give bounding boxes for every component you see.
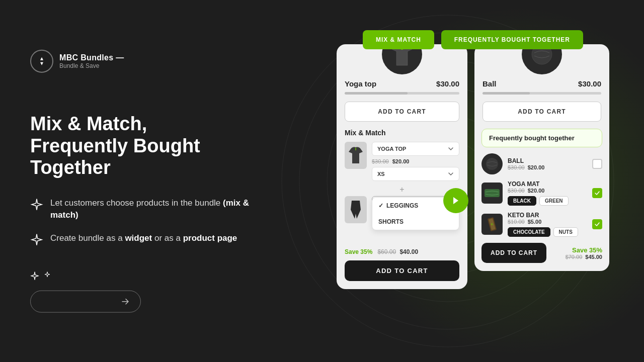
keto-checkmark-icon [594,221,600,227]
keto-bar-info: KETO BAR $10.00 $5.00 CHOCOLATE NUTS [508,212,587,237]
green-arrow-pointer [443,188,468,213]
feature-list: Let customers choose products in the bun… [30,197,262,246]
svg-point-8 [486,158,498,170]
total-prices: $60.00 $40.00 [377,248,418,255]
arrow-button[interactable] [30,290,141,312]
fbt-card-body: Ball $30.00 ADD TO CART [474,79,609,129]
yoga-mat-svg [484,186,501,200]
fbt-product-name: Ball [482,79,497,88]
shorts-option[interactable]: SHORTS [372,214,459,230]
cards-row: Yoga top $30.00 ADD TO CART Mix & Match [337,44,609,289]
ball-info: BALL $30.00 $20.00 [508,157,587,170]
yoga-top-thumb-svg [348,145,364,165]
arrow-right-icon [120,296,130,306]
logo-icon [30,50,53,73]
brand-name: MBC Bundles — [59,53,124,62]
arrow-pointer-icon [450,195,461,206]
fbt-item-ball: BALL $30.00 $20.00 [481,153,602,174]
fbt-section: Frequently bought together BALL $30.00 [474,129,609,237]
fbt-add-to-cart-top-btn[interactable]: ADD TO CART [482,102,601,122]
logo-row: MBC Bundles — Bundle & Save [30,50,262,73]
keto-bar-options: CHOCOLATE NUTS [508,227,587,237]
yoga-top-thumb [345,142,367,169]
yoga-top-price: $30.00 $20.00 [372,158,459,164]
sparkle-icon-2 [30,233,43,246]
fbt-section-label: Frequently bought together [481,129,602,147]
yoga-mat-thumb [481,183,503,204]
fbt-progress-bar [482,92,601,95]
keto-bar-svg: K [485,216,499,233]
tab-mix-match[interactable]: MIX & MATCH [363,30,434,49]
tab-fbt[interactable]: FREQUENTLY BOUGHT TOGETHER [441,30,583,49]
tab-row: MIX & MATCH FREQUENTLY BOUGHT TOGETHER [363,30,583,49]
fbt-save-pct: Save 35% [566,246,602,254]
progress-fill [345,92,408,95]
ball-prices: $30.00 $20.00 [508,164,587,170]
plus-divider: + [345,185,459,194]
mix-match-label: Mix & Match [345,129,459,137]
fbt-bottom-row: ADD TO CART Save 35% $70.00 $45.00 [474,243,609,263]
yoga-top-controls: YOGA TOP $30.00 $20.00 XS [372,142,459,181]
keto-bar-prices: $10.00 $5.00 [508,219,587,225]
left-section: MBC Bundles — Bundle & Save Mix & Match,… [30,50,262,313]
fbt-save-info: Save 35% $70.00 $45.00 [566,246,602,260]
mix-match-section: Mix & Match YOGA TOP [337,129,467,281]
yoga-mat-checkbox[interactable] [592,188,602,198]
chevron-down-icon [448,146,454,152]
product-price: $30.00 [436,79,459,88]
svg-rect-9 [485,189,500,197]
fbt-card: Ball $30.00 ADD TO CART Frequently bough… [474,44,609,271]
save-row: Save 35% $60.00 $40.00 [345,248,459,255]
ball-thumb-svg [485,156,500,171]
chocolate-option[interactable]: CHOCOLATE [508,227,550,237]
mix-match-card-body: Yoga top $30.00 ADD TO CART [337,79,467,129]
ball-name: BALL [508,157,587,164]
card-header: Yoga top $30.00 [345,79,459,88]
leggings-thumb [345,196,367,223]
fbt-add-to-cart-btn[interactable]: ADD TO CART [481,243,546,263]
fbt-save-prices: $70.00 $45.00 [566,254,602,260]
main-heading: Mix & Match, Frequently Bought Together [30,113,262,179]
panels-area: MIX & MATCH FREQUENTLY BOUGHT TOGETHER Y… [317,0,629,362]
size-dropdown[interactable]: XS [372,167,459,181]
add-to-cart-dark-btn[interactable]: ADD TO CART [345,260,459,281]
keto-bar-thumb: K [481,214,503,235]
fbt-item-yoga-mat: YOGA MAT $30.00 $20.00 BLACK GREEN [481,180,602,206]
chevron-down-icon-size [448,171,454,177]
feature-item-2: Create bundle as a widget or as a produc… [30,232,262,246]
fbt-product-price: $30.00 [578,79,601,88]
leggings-thumb-svg [350,200,362,220]
brand-tagline: Bundle & Save [59,62,124,69]
keto-bar-name: KETO BAR [508,212,587,219]
bundle-item-leggings: LEGGINGS LEGGINGS SHORTS [345,196,459,223]
green-option[interactable]: GREEN [539,196,569,206]
yoga-mat-name: YOGA MAT [508,180,587,188]
yoga-mat-info: YOGA MAT $30.00 $20.00 BLACK GREEN [508,180,587,206]
yoga-mat-prices: $30.00 $20.00 [508,188,587,194]
add-to-cart-top-btn[interactable]: ADD TO CART [345,102,459,122]
product-name: Yoga top [345,79,376,88]
sparkle-icon-1 [30,198,43,211]
ball-thumb [481,153,503,174]
logo-text: MBC Bundles — Bundle & Save [59,53,124,69]
yoga-mat-options: BLACK GREEN [508,196,587,206]
black-option[interactable]: BLACK [508,196,536,206]
mix-match-card: Yoga top $30.00 ADD TO CART Mix & Match [337,44,467,289]
feature-item-1: Let customers choose products in the bun… [30,197,262,221]
fbt-progress-fill [482,92,530,95]
small-sparkle-icon-2 [44,271,50,277]
nuts-option[interactable]: NUTS [553,227,578,237]
small-sparkle-icon-1 [30,271,39,280]
fbt-card-header: Ball $30.00 [482,79,601,88]
checkmark-icon [594,190,600,196]
bundle-item-yoga-top: YOGA TOP $30.00 $20.00 XS [345,142,459,181]
progress-bar [345,92,459,95]
keto-bar-checkbox[interactable] [592,219,602,229]
small-sparkles [30,271,262,280]
yoga-top-dropdown[interactable]: YOGA TOP [372,142,459,156]
ball-checkbox[interactable] [592,159,602,169]
save-badge: Save 35% [345,248,372,255]
fbt-item-keto-bar: K KETO BAR $10.00 $5.00 CHOCOLATE NUTS [481,212,602,237]
